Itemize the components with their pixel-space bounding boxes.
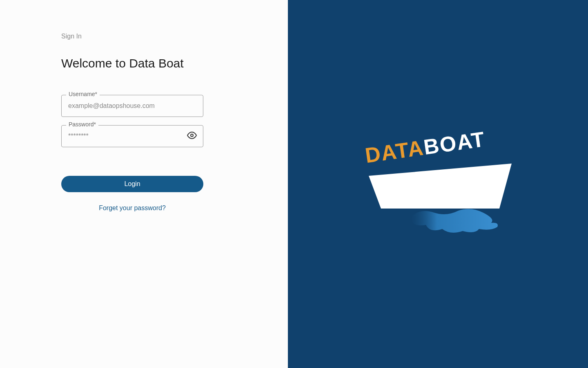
svg-point-0 bbox=[191, 134, 193, 137]
brand-panel: DATABOAT bbox=[288, 0, 588, 368]
logo-text: DATABOAT bbox=[363, 127, 487, 168]
water-icon bbox=[410, 206, 503, 235]
logo-text-data: DATA bbox=[363, 136, 425, 168]
page-title: Welcome to Data Boat bbox=[61, 56, 288, 70]
username-label: Username* bbox=[66, 91, 100, 97]
svg-marker-1 bbox=[369, 164, 512, 209]
username-input[interactable] bbox=[61, 95, 203, 117]
password-input[interactable] bbox=[61, 125, 203, 147]
password-label: Password* bbox=[66, 121, 98, 128]
sign-in-label: Sign In bbox=[61, 33, 288, 40]
logo-text-boat: BOAT bbox=[422, 127, 486, 159]
forgot-password-link[interactable]: Forget your password? bbox=[61, 204, 203, 212]
login-button[interactable]: Login bbox=[61, 176, 203, 192]
username-field-wrapper: Username* bbox=[61, 95, 203, 117]
logo: DATABOAT bbox=[365, 135, 512, 233]
password-field-wrapper: Password* bbox=[61, 125, 203, 147]
eye-icon[interactable] bbox=[187, 130, 197, 142]
login-panel: Sign In Welcome to Data Boat Username* P… bbox=[0, 0, 288, 368]
